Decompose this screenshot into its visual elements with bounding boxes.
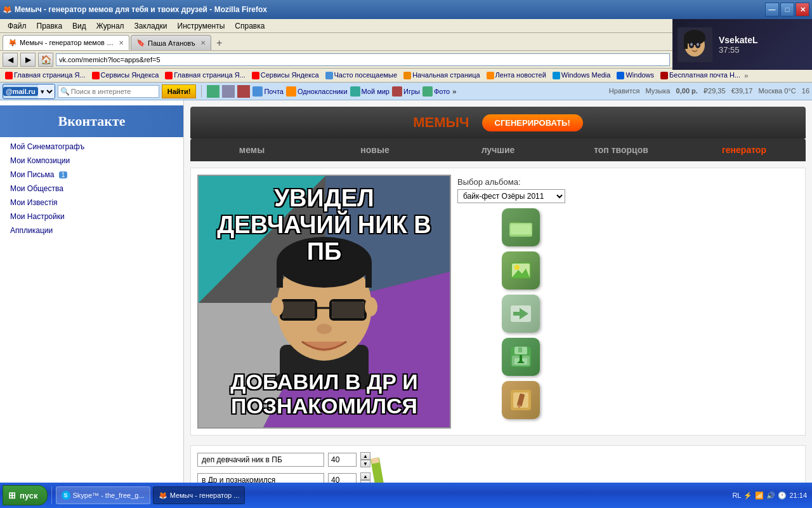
content-area: МЕМЫЧ СГЕНЕРИРОВАТЬ! мемы новые лучшие т… [184, 100, 812, 483]
folder-button[interactable] [502, 208, 540, 246]
menu-history[interactable]: Журнал [91, 20, 129, 32]
maximize-button[interactable]: □ [780, 3, 794, 17]
start-button[interactable]: ⊞ пуск [3, 485, 48, 505]
sidebar-item-apps[interactable]: Аппликации [0, 224, 183, 237]
tray-icon-3: 🔊 [766, 491, 775, 500]
settings-icon [237, 85, 250, 98]
bookmark-yandex-services2[interactable]: Сервисы Яндекса [249, 70, 322, 80]
tab-generator[interactable]: генератор [683, 138, 806, 161]
back-button[interactable]: ◀ [3, 53, 18, 67]
taskbar-tray: RL ⚡ 📶 🔊 🕐 21:14 [730, 491, 809, 500]
edit-button[interactable] [502, 381, 540, 419]
mail-service-moi-mir[interactable]: Мой мир [350, 86, 390, 97]
bookmark-yandex-services[interactable]: Сервисы Яндекса [89, 70, 162, 80]
skype-label: Skype™ - the_free_g... [73, 491, 145, 499]
text-input-1[interactable] [197, 453, 324, 467]
new-tab-button[interactable]: + [213, 36, 226, 50]
notification-info: VsekateL 37:55 [719, 35, 757, 55]
menu-help[interactable]: Справка [230, 20, 270, 32]
menu-view[interactable]: Вид [67, 20, 91, 32]
tab-close-memich[interactable]: ✕ [119, 39, 124, 46]
bookmark-start-page[interactable]: Начальная страница [401, 70, 482, 80]
menu-edit[interactable]: Правка [32, 20, 68, 32]
arrow-icon [509, 304, 532, 323]
menu-file[interactable]: Файл [3, 20, 32, 32]
tab-label-memich: Мемыч - генератор мемов для тебя и т... [20, 39, 114, 46]
menu-tools[interactable]: Инструменты [173, 20, 230, 32]
sidebar-item-societies[interactable]: Мои Общества [0, 182, 183, 196]
notification-time: 37:55 [719, 45, 757, 55]
tab-icon-pasha: 🔖 [136, 39, 145, 47]
firefox-icon: 🦊 [3, 5, 12, 14]
mail-service-photo[interactable]: Фото [422, 86, 450, 97]
tray-clock-time: 21:14 [789, 491, 807, 499]
tab-luchshie[interactable]: лучшие [436, 138, 560, 161]
svg-point-20 [271, 297, 284, 316]
address-input[interactable] [56, 53, 670, 66]
app-header: МЕМЫЧ СГЕНЕРИРОВАТЬ! [190, 107, 806, 138]
sidebar-item-compositions[interactable]: Мои Композиции [0, 154, 183, 168]
bookmarks-more-button[interactable]: » [744, 72, 748, 79]
edit-icon [509, 389, 532, 411]
bookmark-news[interactable]: Лента новостей [484, 70, 549, 80]
notification-area: VsekateL 37:55 [672, 19, 812, 70]
mail-more-services[interactable]: » [452, 88, 456, 95]
meme-area: УВИДЕЛ ДЕВЧАЧИЙ НИК В ПБ [190, 168, 806, 436]
sidebar-item-news[interactable]: Мои Известiя [0, 196, 183, 210]
tray-icon-2: 📶 [755, 491, 764, 500]
bookmark-frequent[interactable]: Часто посещаемые [323, 70, 400, 80]
minimize-button[interactable]: — [765, 3, 779, 17]
pencil-area [362, 455, 799, 483]
tab-top[interactable]: топ творцов [560, 138, 683, 161]
close-button[interactable]: ✕ [796, 3, 809, 17]
text-input-2[interactable] [197, 473, 324, 483]
mail-service-games[interactable]: Игры [392, 86, 420, 97]
tab-close-pasha[interactable]: ✕ [200, 39, 206, 46]
app-logo: МЕМЫЧ [413, 114, 469, 131]
mail-dropdown[interactable]: ▾ [38, 84, 55, 98]
bookmark-windows[interactable]: Windows [614, 70, 657, 80]
bookmark-free-mail[interactable]: Бесплатная почта Н... [658, 70, 743, 80]
separator [51, 486, 52, 504]
size-input-2[interactable] [328, 473, 357, 483]
mail-service-ok[interactable]: Одноклассники [286, 86, 348, 97]
generate-button[interactable]: СГЕНЕРИРОВАТЬ! [482, 114, 583, 131]
sidebar-item-settings[interactable]: Мои Настройки [0, 210, 183, 224]
taskbar: ⊞ пуск S Skype™ - the_free_g... 🦊 Мемыч … [0, 483, 812, 508]
tab-novye[interactable]: новые [313, 138, 436, 161]
sidebar-item-letters[interactable]: Мои Письма 1 [0, 168, 183, 182]
svg-point-54 [690, 43, 693, 46]
menu-bookmarks[interactable]: Закладки [129, 20, 173, 32]
size-input-1[interactable] [328, 453, 357, 467]
sidebar-item-sinematograph[interactable]: Мой Синематографъ [0, 140, 183, 154]
forward-button[interactable]: ▶ [20, 53, 36, 67]
mail-logo-area: @mail.ru ▾ [3, 84, 55, 99]
svg-rect-17 [282, 302, 315, 318]
mail-find-button[interactable]: Найти! [162, 84, 197, 98]
tab-memich[interactable]: 🦊 Мемыч - генератор мемов для тебя и т..… [3, 35, 129, 50]
bookmark-yandex-main[interactable]: Главная страница Я... [3, 70, 88, 80]
bookmark-windows-media[interactable]: Windows Media [550, 70, 613, 80]
album-select[interactable]: байк-фест Озёры 2011 [457, 189, 565, 203]
taskbar-skype[interactable]: S Skype™ - the_free_g... [56, 486, 150, 504]
bookmark-yandex-main2[interactable]: Главная страница Я... [162, 70, 248, 80]
taskbar-memich[interactable]: 🦊 Мемыч - генератор ... [153, 486, 246, 504]
save-button[interactable] [502, 338, 540, 376]
album-selection-area: Выбор альбома: байк-фест Озёры 2011 [457, 177, 584, 203]
mail-search-input[interactable] [58, 85, 159, 98]
home-button[interactable]: 🏠 [38, 53, 53, 67]
image-button[interactable] [502, 251, 540, 290]
svg-rect-34 [518, 347, 522, 352]
arrow-button[interactable] [502, 295, 540, 333]
svg-rect-10 [277, 262, 283, 288]
tab-memy[interactable]: мемы [190, 138, 313, 161]
svg-rect-11 [365, 262, 372, 288]
mail-service-mail[interactable]: Почта [252, 86, 284, 97]
generate-label: СГЕНЕРИРОВАТЬ! [495, 118, 570, 128]
vk-header: Вконтакте [0, 105, 183, 137]
start-label: пуск [20, 491, 38, 500]
tab-icon-memich: 🦊 [8, 39, 17, 47]
album-label: Выбор альбома: [457, 177, 584, 187]
meme-preview: УВИДЕЛ ДЕВЧАЧИЙ НИК В ПБ [197, 175, 451, 429]
tab-pasha[interactable]: 🔖 Паша Атановъ ✕ [131, 35, 211, 50]
